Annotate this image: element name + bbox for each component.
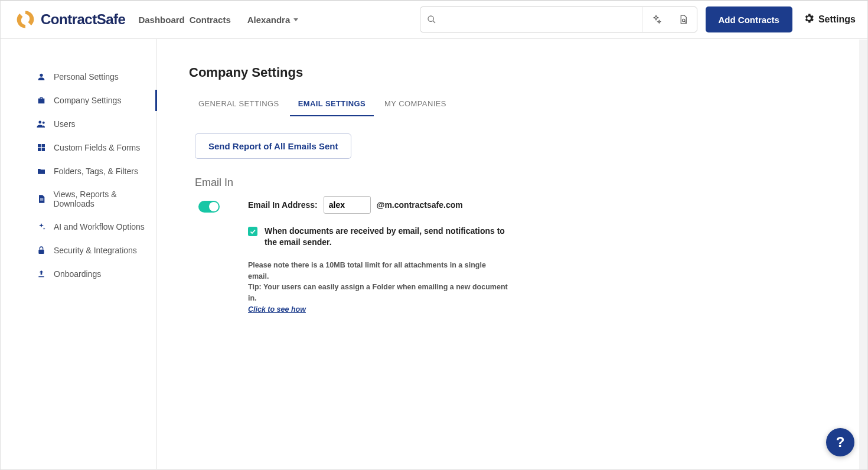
sidebar-item-onboardings[interactable]: Onboardings (36, 262, 156, 286)
tab-companies[interactable]: MY COMPANIES (383, 94, 448, 116)
send-report-button[interactable]: Send Report of All Emails Sent (195, 133, 351, 159)
file-icon (36, 194, 46, 204)
users-icon (36, 119, 47, 129)
email-in-fields: Email In Address: @m.contractsafe.com Wh… (248, 196, 508, 315)
logo-icon (15, 9, 36, 30)
svg-rect-7 (38, 144, 41, 147)
sidebar-item-ai-and-workflow-options[interactable]: AI and Workflow Options (36, 215, 156, 239)
help-icon: ? (836, 434, 845, 451)
svg-rect-8 (42, 144, 45, 147)
notify-sender-label: When documents are received by email, se… (265, 226, 508, 248)
sidebar-item-label: Onboardings (54, 269, 101, 279)
scrollbar[interactable] (859, 40, 867, 469)
help-button[interactable]: ? (826, 428, 854, 456)
sidebar-item-label: Views, Reports & Downloads (53, 190, 156, 208)
svg-rect-9 (38, 148, 41, 151)
widgets-icon (36, 142, 47, 153)
email-in-address-label: Email In Address: (248, 200, 318, 210)
svg-point-5 (38, 121, 41, 124)
svg-rect-10 (42, 148, 45, 151)
sidebar-item-views-reports-downloads[interactable]: Views, Reports & Downloads (36, 183, 156, 215)
logo-text: ContractSafe (41, 11, 125, 28)
email-in-toggle[interactable] (198, 201, 220, 213)
email-in-address-suffix: @m.contractsafe.com (377, 200, 463, 210)
user-name: Alexandra (247, 15, 291, 25)
sidebar-item-folders-tags-filters[interactable]: Folders, Tags, & Filters (36, 159, 156, 183)
topbar: ContractSafe Dashboard Contracts Alexand… (1, 1, 867, 39)
note-line-1: Please note there is a 10MB total limit … (248, 260, 508, 282)
sidebar-item-label: Custom Fields & Forms (54, 143, 140, 152)
sidebar-item-label: Folders, Tags, & Filters (54, 167, 138, 176)
main-content: Company Settings GENERAL SETTINGS EMAIL … (157, 39, 867, 469)
search-actions (642, 7, 697, 32)
sidebar-item-label: Company Settings (54, 96, 121, 105)
svg-rect-12 (40, 200, 43, 200)
sidebar-item-label: Security & Integrations (54, 246, 137, 255)
page-title: Company Settings (189, 65, 844, 80)
logo[interactable]: ContractSafe (15, 9, 125, 30)
search-box[interactable] (420, 6, 697, 32)
svg-rect-13 (38, 250, 44, 254)
person-icon (36, 71, 47, 82)
svg-point-0 (428, 16, 433, 21)
settings-label: Settings (818, 14, 856, 25)
svg-line-1 (433, 21, 435, 23)
upload-icon (36, 269, 47, 279)
page-body: Personal SettingsCompany SettingsUsersCu… (1, 39, 867, 469)
sidebar-item-users[interactable]: Users (36, 112, 156, 136)
svg-point-6 (43, 122, 45, 124)
sidebar-item-personal-settings[interactable]: Personal Settings (36, 65, 156, 89)
nav-contracts[interactable]: Contracts (190, 11, 231, 28)
gear-icon (803, 12, 815, 27)
sidebar: Personal SettingsCompany SettingsUsersCu… (1, 39, 157, 469)
svg-point-4 (40, 74, 43, 77)
folder-icon (36, 166, 47, 177)
search-icon (426, 14, 437, 25)
email-in-section: Email In Address: @m.contractsafe.com Wh… (198, 196, 844, 315)
settings-button[interactable]: Settings (801, 10, 858, 29)
sidebar-item-label: AI and Workflow Options (54, 222, 145, 231)
ai-search-icon[interactable] (642, 7, 670, 32)
user-menu[interactable]: Alexandra (245, 11, 301, 28)
note-line-2: Tip: Your users can easily assign a Fold… (248, 282, 508, 304)
svg-rect-11 (40, 198, 43, 199)
lock-icon (36, 245, 47, 256)
sidebar-item-label: Personal Settings (54, 72, 119, 81)
sparkle-icon (36, 221, 47, 232)
email-in-address-input[interactable] (324, 196, 371, 214)
search-input[interactable] (442, 7, 642, 32)
svg-line-3 (684, 21, 686, 22)
nav-dashboard[interactable]: Dashboard (138, 11, 184, 28)
email-in-heading: Email In (195, 177, 844, 189)
email-in-address-row: Email In Address: @m.contractsafe.com (248, 196, 508, 214)
note-link[interactable]: Click to see how (248, 305, 306, 314)
sidebar-item-custom-fields-forms[interactable]: Custom Fields & Forms (36, 136, 156, 159)
notify-sender-checkbox[interactable] (248, 227, 257, 236)
add-contracts-button[interactable]: Add Contracts (706, 6, 792, 32)
topnav: Dashboard Contracts (138, 11, 230, 28)
tab-general[interactable]: GENERAL SETTINGS (197, 94, 280, 116)
doc-search-icon[interactable] (670, 7, 697, 32)
sidebar-item-company-settings[interactable]: Company Settings (36, 89, 156, 112)
svg-point-2 (682, 19, 685, 22)
sidebar-item-security-integrations[interactable]: Security & Integrations (36, 239, 156, 262)
notify-sender-row: When documents are received by email, se… (248, 226, 508, 248)
briefcase-icon (36, 95, 47, 106)
email-in-note: Please note there is a 10MB total limit … (248, 260, 508, 315)
sidebar-item-label: Users (54, 119, 76, 129)
tabs: GENERAL SETTINGS EMAIL SETTINGS MY COMPA… (189, 94, 844, 117)
caret-down-icon (293, 18, 298, 21)
tab-email[interactable]: EMAIL SETTINGS (297, 94, 367, 116)
